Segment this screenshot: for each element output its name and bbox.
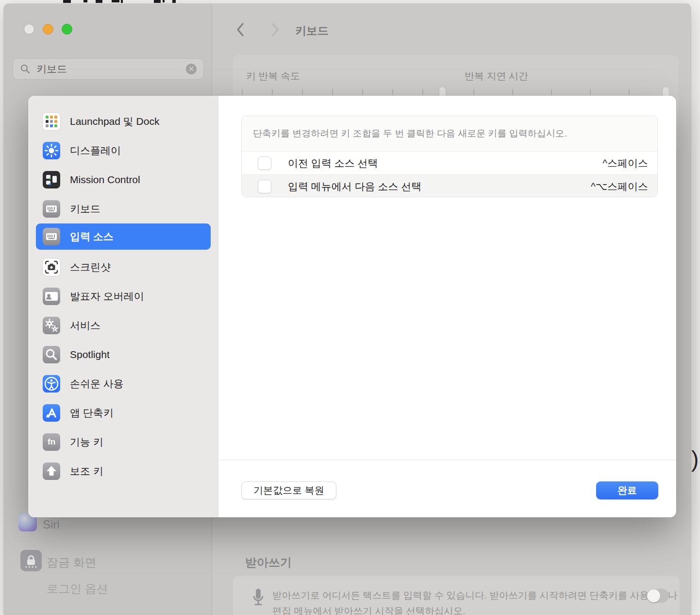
search-value: 키보드	[36, 62, 186, 76]
microphone-icon	[252, 588, 264, 612]
dictation-description-line2: 편집 메뉴에서 받아쓰기 시작을 선택하십시오.	[272, 604, 466, 615]
keyboard-shortcuts-sheet: Launchpad 및 Dock 디스플레이	[28, 96, 676, 517]
restore-defaults-button[interactable]: 기본값으로 복원	[241, 481, 336, 499]
spotlight-icon	[43, 346, 60, 363]
dictation-toggle[interactable]	[647, 589, 669, 603]
dictation-card: 받아쓰기로 어디서든 텍스트를 입력할 수 있습니다. 받아쓰기를 시작하려면 …	[233, 576, 680, 615]
mission-control-icon	[43, 171, 60, 188]
sidebar-item-accessibility[interactable]: 손쉬운 사용	[36, 371, 211, 397]
key-repeat-slider[interactable]	[242, 89, 423, 95]
shortcut-keys[interactable]: ^스페이스	[602, 156, 648, 170]
toggle-knob	[647, 589, 660, 602]
dictation-heading: 받아쓰기	[245, 555, 292, 570]
search-input[interactable]: 키보드 ✕	[13, 58, 204, 80]
table-row[interactable]: 입력 메뉴에서 다음 소스 선택 ^⌥스페이스	[242, 174, 657, 197]
sidebar-item-presenter-overlay[interactable]: 발표자 오버레이	[36, 283, 211, 309]
sidebar-item-login-options[interactable]: 로그인 옵션	[47, 581, 108, 597]
close-button[interactable]	[24, 24, 34, 34]
shortcut-keys[interactable]: ^⌥스페이스	[591, 180, 648, 193]
table-row[interactable]: 이전 입력 소스 선택 ^스페이스	[242, 151, 657, 174]
input-sources-icon	[43, 228, 60, 245]
footer-divider	[218, 460, 676, 460]
sidebar-item-spotlight[interactable]: Spotlight	[36, 342, 211, 368]
clipped-desktop-paren: )	[691, 446, 700, 475]
back-chevron-icon[interactable]	[236, 22, 245, 37]
launchpad-icon	[43, 113, 60, 130]
checkbox-next-input-source[interactable]	[258, 180, 271, 193]
sidebar-item-input-sources[interactable]: 입력 소스	[36, 223, 211, 250]
done-button[interactable]: 완료	[596, 481, 658, 499]
presenter-overlay-icon	[43, 288, 60, 305]
key-repeat-slider-knob[interactable]	[439, 86, 446, 96]
repeat-delay-label: 반복 지연 시간	[465, 69, 528, 83]
sidebar-item-function-keys[interactable]: fn 기능 키	[36, 429, 211, 455]
screenshot-icon	[43, 258, 60, 276]
dictation-description-line1: 받아쓰기로 어디서든 텍스트를 입력할 수 있습니다. 받아쓰기를 시작하려면 …	[272, 589, 677, 602]
checkbox-previous-input-source[interactable]	[258, 156, 271, 170]
sidebar-item-launchpad-dock[interactable]: Launchpad 및 Dock	[36, 108, 211, 135]
shortcuts-instruction: 단축키를 변경하려면 키 조합을 두 번 클릭한 다음 새로운 키를 입력하십시…	[242, 116, 657, 151]
repeat-delay-slider[interactable]	[473, 89, 631, 95]
sidebar-item-keyboard[interactable]: 키보드	[36, 196, 211, 222]
display-brightness-icon	[43, 142, 60, 159]
app-store-icon	[43, 404, 60, 422]
sidebar-item-display[interactable]: 디스플레이	[36, 137, 211, 164]
shortcuts-table: 단축키를 변경하려면 키 조합을 두 번 클릭한 다음 새로운 키를 입력하십시…	[241, 116, 658, 197]
modifier-arrow-icon	[43, 462, 60, 480]
keyboard-icon	[43, 200, 60, 218]
search-icon	[20, 64, 31, 74]
services-gears-icon	[43, 317, 60, 334]
sidebar-item-mission-control[interactable]: Mission Control	[36, 167, 211, 193]
fn-key-icon: fn	[43, 433, 60, 451]
accessibility-icon	[43, 375, 60, 393]
sidebar-item-screenshots[interactable]: 스크린샷	[36, 254, 211, 280]
clear-search-icon[interactable]: ✕	[186, 64, 197, 74]
page-title: 키보드	[295, 23, 329, 38]
sidebar-item-app-shortcuts[interactable]: 앱 단축키	[36, 400, 211, 426]
lock-screen-icon	[20, 550, 42, 571]
sidebar-item-siri[interactable]: Siri	[43, 518, 60, 531]
repeat-delay-slider-knob[interactable]	[662, 86, 669, 96]
forward-chevron-icon[interactable]	[271, 22, 280, 37]
sidebar-item-modifier-keys[interactable]: 보조 키	[36, 458, 211, 484]
minimize-button[interactable]	[43, 24, 53, 34]
key-repeat-label: 키 반복 속도	[246, 69, 300, 83]
zoom-button[interactable]	[62, 24, 72, 34]
sidebar-item-services[interactable]: 서비스	[36, 312, 211, 339]
sidebar-item-lock-screen[interactable]: 잠금 화면	[47, 555, 97, 570]
